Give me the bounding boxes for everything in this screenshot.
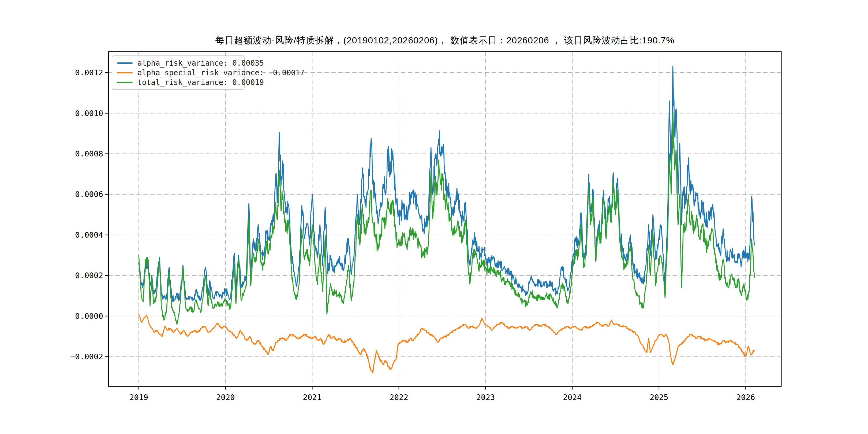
legend-label: alpha_special_risk_variance: -0.00017 <box>137 68 305 77</box>
y-tick-label: −0.0002 <box>55 352 103 361</box>
legend-item-total-risk-variance: total_risk_variance: 0.00019 <box>112 78 244 87</box>
series-line-alpha_special_risk_variance <box>139 314 754 373</box>
legend-item-alpha-special-risk-variance: alpha_special_risk_variance: -0.00017 <box>112 68 244 78</box>
legend-item-alpha-risk-variance: alpha_risk_variance: 0.00035 <box>112 58 244 68</box>
legend-label: alpha_risk_variance: 0.00035 <box>137 59 264 67</box>
y-tick-label: 0.0008 <box>55 149 103 158</box>
y-tick-label: 0.0002 <box>55 271 103 280</box>
x-tick-label: 2021 <box>291 393 334 402</box>
x-tick-label: 2020 <box>204 393 247 402</box>
legend-swatch-total-risk-variance <box>117 82 133 83</box>
y-tick-label: 0.0006 <box>55 190 103 199</box>
x-tick-label: 2024 <box>551 393 594 402</box>
legend-swatch-alpha-special-risk-variance <box>117 72 133 73</box>
y-tick-label: 0.0010 <box>55 109 103 118</box>
figure: 每日超额波动-风险/特质拆解，(20190102,20260206)， 数值表示… <box>0 0 868 434</box>
x-tick-label: 2022 <box>377 393 420 402</box>
legend-swatch-alpha-risk-variance <box>117 62 133 64</box>
x-tick-label: 2023 <box>464 393 507 402</box>
legend: alpha_risk_variance: 0.00035 alpha_speci… <box>112 56 245 90</box>
x-tick-label: 2019 <box>117 393 160 402</box>
y-tick-label: 0.0012 <box>55 68 103 77</box>
y-tick-label: 0.0004 <box>55 230 103 240</box>
x-tick-label: 2026 <box>724 393 767 402</box>
legend-label: total_risk_variance: 0.00019 <box>137 78 264 87</box>
x-tick-label: 2025 <box>638 393 680 402</box>
y-tick-label: 0.0000 <box>55 312 103 321</box>
series-line-alpha_risk_variance <box>139 66 754 301</box>
